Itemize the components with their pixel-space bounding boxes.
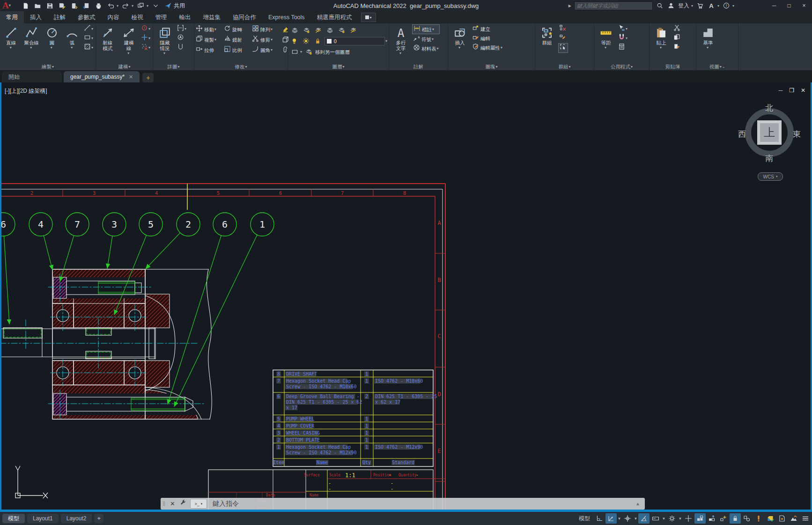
layer-tool-4-icon[interactable] bbox=[336, 25, 347, 35]
open-file-icon[interactable] bbox=[32, 1, 43, 10]
drawing-minimize-button[interactable]: ─ bbox=[779, 87, 783, 94]
panel-label[interactable]: 剪貼簿 bbox=[650, 63, 696, 70]
balloon-2[interactable]: 2 bbox=[177, 213, 200, 236]
selection-cycling-button[interactable] bbox=[694, 513, 706, 524]
panel-label[interactable]: 視圖▾⌄ bbox=[696, 63, 738, 70]
rect-button[interactable]: ▾ bbox=[83, 34, 94, 43]
flyout-caret-icon[interactable]: ▾ bbox=[148, 45, 150, 50]
layer-tool-1-icon[interactable] bbox=[301, 25, 311, 35]
flyout-caret-icon[interactable]: ▾ bbox=[605, 45, 606, 50]
陣列-button[interactable]: 陣列▾ bbox=[252, 24, 279, 34]
ortho-angle-button[interactable] bbox=[638, 513, 650, 524]
balloon-4[interactable]: 4 bbox=[29, 213, 52, 236]
command-customize-icon[interactable] bbox=[179, 499, 186, 508]
layout-tab-Layout2[interactable]: Layout2 bbox=[61, 514, 92, 523]
viewcube-north[interactable]: 北 bbox=[765, 103, 773, 113]
isolate-objects-button[interactable] bbox=[776, 513, 788, 524]
open-from-mobile-icon[interactable] bbox=[69, 1, 79, 10]
command-line[interactable]: ⣿ ✕ >_▾ 鍵入指令 ▲ bbox=[161, 498, 645, 510]
flyout-caret-icon[interactable]: ▾ bbox=[30, 45, 32, 50]
groupsel-button[interactable] bbox=[558, 43, 568, 53]
annotation-scale-button[interactable] bbox=[706, 513, 717, 524]
標註-button[interactable]: 標註▾ bbox=[412, 24, 440, 34]
弧-button[interactable]: 弧▾ bbox=[63, 24, 82, 63]
tab-增益集[interactable]: 增益集 bbox=[197, 11, 227, 23]
tab-輸出[interactable]: 輸出 bbox=[173, 11, 197, 23]
crosshair-button[interactable] bbox=[683, 513, 694, 524]
viewcube-east[interactable]: 東 bbox=[793, 129, 801, 140]
switch-windows-caret-icon[interactable]: ▾ bbox=[147, 4, 148, 8]
flyout-caret-icon[interactable]: ▾ bbox=[432, 37, 434, 41]
command-prompt-icon[interactable]: >_▾ bbox=[190, 499, 207, 509]
拉伸-button[interactable]: 拉伸 bbox=[196, 45, 223, 55]
比例-button[interactable]: 比例 bbox=[224, 45, 251, 55]
flyout-caret-icon[interactable]: ▾ bbox=[432, 27, 434, 31]
balloon-3[interactable]: 3 bbox=[103, 213, 126, 236]
tab-精選應用程式[interactable]: 精選應用程式 bbox=[311, 11, 358, 23]
undo-caret-icon[interactable]: ▾ bbox=[117, 4, 118, 8]
file-tab-close-icon[interactable]: ✕ bbox=[129, 74, 133, 80]
bom-table[interactable]: 8DRIVE SHAFT17Hexagon Socket Head CapScr… bbox=[273, 370, 437, 466]
calc-button[interactable] bbox=[617, 43, 628, 52]
magnet-button[interactable]: ▾ bbox=[617, 34, 628, 43]
tab-註解[interactable]: 註解 bbox=[48, 11, 72, 23]
viewcube-top-face[interactable]: 上 bbox=[757, 120, 782, 145]
search-input[interactable] bbox=[574, 1, 653, 10]
panel-label[interactable]: 建構▾ bbox=[96, 63, 153, 70]
scatter-button[interactable]: ▾ bbox=[140, 43, 151, 52]
flyout-caret-icon[interactable]: ▾ bbox=[214, 37, 216, 42]
save-icon[interactable] bbox=[44, 1, 55, 10]
flyout-caret-icon[interactable]: ▾ bbox=[214, 27, 216, 31]
add-annotation-scales-button[interactable] bbox=[718, 513, 729, 524]
tab-Express Tools[interactable]: Express Tools bbox=[262, 11, 311, 23]
flyout-caret-icon[interactable]: ▾ bbox=[148, 36, 150, 40]
share-icon[interactable] bbox=[162, 1, 173, 10]
layout-tab-模型[interactable]: 模型 bbox=[2, 514, 25, 523]
viewport-controls[interactable]: [-][上][2D 線架構] bbox=[5, 87, 47, 95]
command-history-icon[interactable]: ▲ bbox=[635, 501, 640, 506]
panel-label[interactable]: 詳圖▾ bbox=[153, 63, 194, 70]
layer-tool-2-icon[interactable] bbox=[313, 25, 323, 35]
flyout-caret-icon[interactable]: ▾ bbox=[10, 45, 12, 50]
建立-button[interactable]: 建立 bbox=[471, 24, 503, 33]
flyout-caret-icon[interactable]: ▾ bbox=[51, 45, 52, 50]
annotation-lock-button[interactable] bbox=[730, 513, 741, 524]
autodesk-caret-icon[interactable]: ▾ bbox=[717, 4, 719, 8]
符號-button[interactable]: A符號▾ bbox=[412, 35, 440, 44]
flyout-caret-icon[interactable]: ▾ bbox=[163, 51, 165, 55]
polar-tracking-caret-icon[interactable]: ▼ bbox=[617, 517, 621, 521]
sun-icon[interactable] bbox=[301, 36, 311, 46]
layer-tool-3-icon[interactable] bbox=[325, 25, 335, 35]
panel-label[interactable]: 圖塊▾ bbox=[448, 63, 535, 70]
bulb-icon[interactable] bbox=[289, 36, 300, 46]
signin-button[interactable]: 登入 bbox=[678, 2, 689, 10]
ungroup-button[interactable] bbox=[558, 24, 568, 33]
line-button[interactable]: ▾ bbox=[83, 24, 94, 33]
貼上-button[interactable]: 貼上▾ bbox=[651, 24, 672, 63]
基準-button[interactable]: 基準▾ bbox=[698, 24, 718, 63]
ucs-icon[interactable] bbox=[15, 466, 48, 498]
new-file-tab-button[interactable]: + bbox=[142, 73, 154, 82]
snap-mode-button[interactable] bbox=[594, 513, 605, 524]
annotation-visibility-button[interactable] bbox=[741, 513, 753, 524]
undo-icon[interactable] bbox=[105, 1, 116, 10]
qat-more-icon[interactable] bbox=[150, 1, 161, 10]
修剪-button[interactable]: 修剪▾ bbox=[252, 35, 279, 44]
layout-tab-Layout1[interactable]: Layout1 bbox=[27, 514, 59, 523]
ushape-button[interactable] bbox=[176, 43, 187, 52]
群組-button[interactable]: 群組 bbox=[537, 24, 557, 63]
balloon-7[interactable]: 7 bbox=[66, 213, 89, 236]
search-icon[interactable] bbox=[656, 1, 664, 10]
object-snap-tracking-button[interactable] bbox=[622, 513, 633, 524]
new-layout-button[interactable]: + bbox=[94, 514, 103, 523]
file-tab-document[interactable]: gear_pump_subassy*✕ bbox=[64, 71, 140, 82]
tab-常用[interactable]: 常用 bbox=[0, 11, 24, 23]
customization-menu-button[interactable] bbox=[800, 513, 811, 524]
balloon-5[interactable]: 5 bbox=[139, 213, 162, 236]
graphics-performance-button[interactable] bbox=[788, 513, 799, 524]
layer-dropdown[interactable]: 0 bbox=[325, 37, 385, 45]
balloon-6[interactable]: 6 bbox=[0, 213, 15, 236]
circA-button[interactable] bbox=[176, 34, 187, 43]
panel-label[interactable]: 圖層▾ bbox=[288, 63, 389, 70]
flyout-caret-icon[interactable]: ▾ bbox=[271, 27, 273, 31]
